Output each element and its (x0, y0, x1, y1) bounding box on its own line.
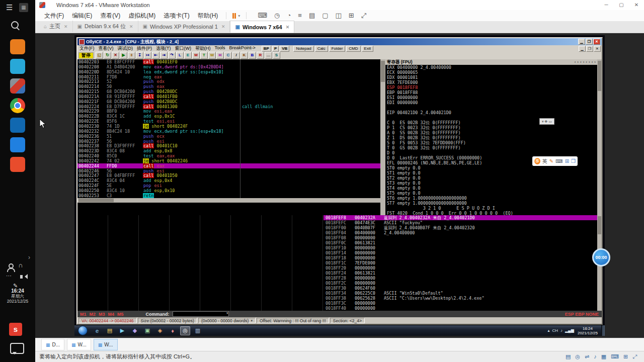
register-row[interactable]: EBP 0018FF88 (385, 90, 597, 95)
olly-toolbar-button[interactable]: ▶ (120, 52, 127, 59)
tab-close-icon[interactable]: ✕ (221, 24, 225, 29)
fullscreen-icon[interactable]: ⤢ (358, 10, 369, 21)
launcher-button-Calc[interactable]: Calc (315, 46, 328, 52)
register-row[interactable]: ESP 0018FEF8 (385, 85, 597, 90)
pinned-app-icon[interactable]: ▦ (19, 3, 28, 12)
hard-disk-icon[interactable]: ▤ (566, 353, 571, 360)
toolbox-icon[interactable]: ⊞ (565, 156, 569, 166)
stack-pane[interactable]: 0018FEF80040232A返回到 2_4.0040232A 来自 2_4.… (324, 215, 597, 311)
stack-row[interactable]: 0018FEFC00474E3CASCII "fuckyou" (324, 220, 597, 225)
register-row[interactable]: P 1 CS 0023 32位 0(FFFFFFFF) (385, 125, 597, 130)
register-scroll-arrow[interactable]: › (594, 60, 596, 64)
menu-item[interactable]: 调试(D) (116, 45, 135, 52)
app-icon-teal[interactable] (10, 59, 25, 74)
stack-row[interactable]: 0018FF1800000000 (324, 255, 597, 260)
disasm-row[interactable]: 00402211F7D8neg eax (77, 74, 380, 79)
register-row[interactable]: EAX 00400000 2_4.00400000 (385, 65, 597, 70)
taskbar-button[interactable]: ▦W... (67, 339, 91, 350)
register-scroll-arrow[interactable]: ‹ (580, 60, 582, 64)
mdi-close-button[interactable]: ✕ (594, 46, 601, 52)
taskbar-button[interactable]: ▦D... (41, 339, 64, 350)
register-row[interactable]: ST5 empty 0.0 (385, 191, 597, 196)
maximize-button[interactable]: ❐ (586, 39, 593, 45)
tray-icon[interactable]: ♪ (560, 328, 562, 333)
scrollbar-thumb[interactable] (381, 61, 385, 82)
minimize-button[interactable]: ▁ (578, 39, 585, 45)
stack-row[interactable]: 0018FF3800625628ASCII "C:\Users\ww\Deskt… (324, 296, 597, 301)
olly-toolbar-button[interactable]: T (200, 52, 208, 59)
app-icon-red[interactable] (10, 157, 25, 172)
library-toggle-icon[interactable]: ▤ (306, 10, 318, 21)
menu-item[interactable]: 文件(F) (77, 45, 97, 52)
user-icon[interactable] (7, 263, 14, 271)
disasm-row[interactable]: 0040223651push ecx (77, 134, 380, 139)
maximize-button[interactable]: ▢ (614, 0, 629, 10)
mdi-minimize-button[interactable]: ▁ (579, 46, 586, 52)
menu-item[interactable]: 虚拟机(M) (124, 10, 159, 21)
tab-主页[interactable]: ⌂主页✕ (39, 21, 73, 32)
tab-close-icon[interactable]: ✕ (129, 24, 133, 29)
stack-row[interactable]: 0018FF000040B07F返回到 2_4.0040B07F 来自 2_4.… (324, 225, 597, 230)
register-row[interactable]: ESI 00000000 (385, 95, 597, 100)
olly-toolbar-button[interactable]: H (216, 52, 224, 59)
stack-row[interactable]: 0018FF04004000002_4.00400000 (324, 230, 597, 235)
disasm-row[interactable]: 0040222E85F6test esi,esi (77, 119, 380, 124)
tray-icon[interactable]: ▂▄▆ (565, 328, 574, 333)
chevron-down-icon[interactable]: ▾ (238, 14, 240, 18)
menu-item[interactable]: 查看(V) (96, 10, 124, 21)
snapshot-take-icon[interactable]: ◷ (271, 10, 283, 21)
register-row[interactable]: C 0 ES 002B 32位 0(FFFFFFFF) (385, 120, 597, 125)
register-row[interactable]: EDX 00001081 (385, 75, 597, 80)
chevron-right-icon[interactable]: › (28, 254, 30, 261)
stack-row[interactable]: 0018FF2C00000000 (324, 281, 597, 286)
start-button[interactable] (78, 326, 88, 335)
scrollbar-thumb[interactable] (598, 216, 601, 234)
multi-monitor-icon[interactable]: ⊞ (346, 10, 357, 21)
cd-rom-icon[interactable]: ◎ (575, 353, 580, 360)
disassembly-pane[interactable]: 00402203E8 E8FCFFFFcall 00401EF000402208… (77, 59, 380, 198)
olly-toolbar-button[interactable]: ‖ (128, 52, 135, 59)
disasm-row[interactable]: 00402208A1 D4B04200mov eax,dword ptr ds:… (77, 64, 380, 69)
close-button[interactable]: ✕ (593, 39, 600, 45)
olly-toolbar-button[interactable]: / (232, 52, 240, 59)
show-desktop-button[interactable] (601, 325, 605, 336)
sogou-logo-icon[interactable]: S (534, 158, 540, 164)
register-row[interactable]: Z 1 DS 002B 32位 0(FFFFFFFF) (385, 135, 597, 140)
command-tab-M2[interactable]: M2 (90, 312, 96, 317)
disasm-row[interactable]: 0040224C83C4 04add esp,0x4 (77, 178, 380, 183)
command-tab-M4[interactable]: M4 (108, 312, 115, 317)
stack-row[interactable]: 0018FF1C7EFDE000 (324, 260, 597, 265)
soft-keyboard-icon[interactable]: ⌨ (555, 156, 562, 166)
register-scroll-arrow[interactable]: › (577, 60, 579, 64)
taskbar-app-icon[interactable]: ♦ (168, 326, 178, 335)
disasm-row[interactable]: 00402244FFD0call eax (77, 163, 380, 168)
stack-row[interactable]: 0018FF0800000000 (324, 235, 597, 240)
register-row[interactable]: ECX 00000065 (385, 70, 597, 75)
disasm-row[interactable]: 0040224656push esi (77, 168, 380, 173)
mdi-restore-button[interactable]: ❐ (586, 46, 593, 52)
olly-toolbar-button[interactable]: ↦ (144, 52, 151, 59)
olly-toolbar-button[interactable]: ↷ (168, 52, 176, 59)
mini-toolbar[interactable]: ▾✚▭ (539, 118, 554, 125)
disasm-row[interactable]: 00402253C3retn (77, 193, 380, 198)
launcher-button-Exit[interactable]: Exit (362, 46, 373, 52)
olly-toolbar-button[interactable]: W (208, 52, 216, 59)
stack-row[interactable]: 0018FF1000000000 (324, 245, 597, 250)
register-row[interactable]: EDI 00000000 (385, 100, 597, 105)
disasm-row[interactable]: 00402247E8 04FBFFFFcall 00401D50 (77, 173, 380, 178)
menu-item[interactable]: 选项(T) (154, 45, 173, 52)
stack-row[interactable]: 0018FF1400000000 (324, 250, 597, 255)
vertical-scrollbar[interactable] (597, 59, 602, 215)
disasm-row[interactable]: 0040220D8D5424 10lea edx,dword ptr ss:[e… (77, 69, 380, 74)
collapse-icon[interactable]: ▾ (542, 120, 544, 124)
sogou-input-bar[interactable]: S 英✎⌨⊞❐ (532, 156, 578, 166)
chat-icon[interactable] (10, 343, 24, 354)
app-icon-orange[interactable] (10, 39, 25, 54)
stack-row[interactable]: 0018FF2400613821 (324, 270, 597, 276)
olly-toolbar-button[interactable]: C (224, 52, 232, 59)
olly-toolbar-button[interactable]: ◱ (96, 52, 103, 59)
stack-row[interactable]: 0018FF2000000000 (324, 265, 597, 270)
disasm-row[interactable]: 004022328B4C24 18mov ecx,dword ptr ss:[e… (77, 129, 380, 134)
scrollbar-thumb[interactable] (78, 199, 114, 202)
disasm-row[interactable]: 0040222B83C4 1Cadd esp,0x1C (77, 114, 380, 119)
